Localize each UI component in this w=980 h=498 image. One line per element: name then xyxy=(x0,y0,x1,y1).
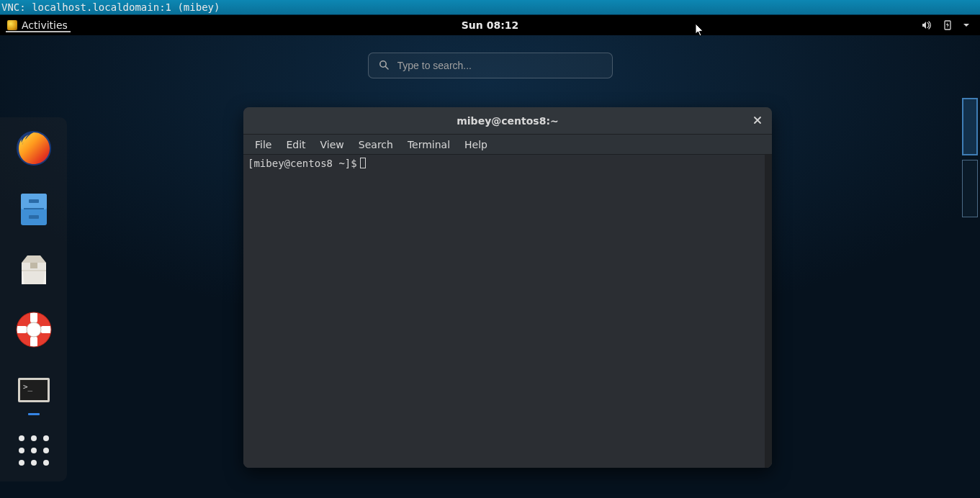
svg-rect-12 xyxy=(30,312,37,322)
svg-rect-8 xyxy=(30,263,37,268)
dock-app-terminal[interactable]: >_ xyxy=(14,371,53,409)
desktop: www.kifarunix.com xyxy=(0,35,980,498)
menu-view[interactable]: View xyxy=(313,136,351,153)
terminal-menubar: File Edit View Search Terminal Help xyxy=(243,135,772,155)
svg-rect-9 xyxy=(22,270,46,271)
workspace-switcher[interactable] xyxy=(962,98,980,222)
close-icon xyxy=(753,114,762,127)
svg-rect-15 xyxy=(41,326,51,333)
menu-search[interactable]: Search xyxy=(351,136,400,153)
power-icon[interactable] xyxy=(943,19,953,31)
terminal-prompt: [mibey@centos8 ~]$ xyxy=(248,158,357,169)
menu-help[interactable]: Help xyxy=(457,136,495,153)
svg-rect-14 xyxy=(17,326,27,333)
dock-app-files[interactable] xyxy=(14,189,53,228)
terminal-cursor xyxy=(360,158,366,168)
svg-rect-6 xyxy=(29,199,39,203)
overview-search[interactable] xyxy=(368,53,613,78)
top-panel: Activities Sun 08:12 xyxy=(0,15,980,35)
grid-icon xyxy=(19,435,49,466)
search-icon xyxy=(379,59,389,73)
menu-terminal[interactable]: Terminal xyxy=(400,136,457,153)
dock: >_ xyxy=(0,117,67,481)
dock-app-firefox[interactable] xyxy=(14,129,53,168)
firefox-icon xyxy=(14,129,53,168)
vnc-titlebar: VNC: localhost.localdomain:1 (mibey) xyxy=(0,0,980,15)
svg-rect-5 xyxy=(24,208,44,209)
menu-edit[interactable]: Edit xyxy=(279,136,313,153)
activities-label: Activities xyxy=(22,19,68,31)
terminal-icon: >_ xyxy=(14,371,53,409)
terminal-titlebar[interactable]: mibey@centos8:~ xyxy=(243,107,772,135)
terminal-window[interactable]: mibey@centos8:~ File Edit View Search Te… xyxy=(243,107,772,468)
files-icon xyxy=(14,189,53,228)
vnc-title-text: VNC: localhost.localdomain:1 (mibey) xyxy=(1,1,220,13)
workspace-2[interactable] xyxy=(962,160,978,217)
terminal-body[interactable]: [mibey@centos8 ~]$ xyxy=(243,155,772,468)
svg-rect-13 xyxy=(30,337,37,347)
search-input[interactable] xyxy=(397,60,602,71)
software-icon xyxy=(14,250,53,289)
workspace-1[interactable] xyxy=(962,98,978,155)
terminal-scrollbar[interactable] xyxy=(765,155,772,468)
chevron-down-icon[interactable] xyxy=(963,22,970,29)
volume-icon[interactable] xyxy=(921,19,932,31)
activities-button[interactable]: Activities xyxy=(6,18,71,32)
svg-text:>_: >_ xyxy=(23,382,33,391)
clock[interactable]: Sun 08:12 xyxy=(462,19,518,31)
show-apps-button[interactable] xyxy=(19,435,49,466)
system-tray[interactable] xyxy=(921,19,970,31)
close-button[interactable] xyxy=(750,114,765,128)
svg-rect-7 xyxy=(29,215,39,219)
help-icon xyxy=(14,310,53,349)
dock-app-help[interactable] xyxy=(14,310,53,349)
activities-icon xyxy=(7,20,17,30)
dock-app-software[interactable] xyxy=(14,250,53,289)
menu-file[interactable]: File xyxy=(248,136,279,153)
terminal-title: mibey@centos8:~ xyxy=(457,115,559,127)
